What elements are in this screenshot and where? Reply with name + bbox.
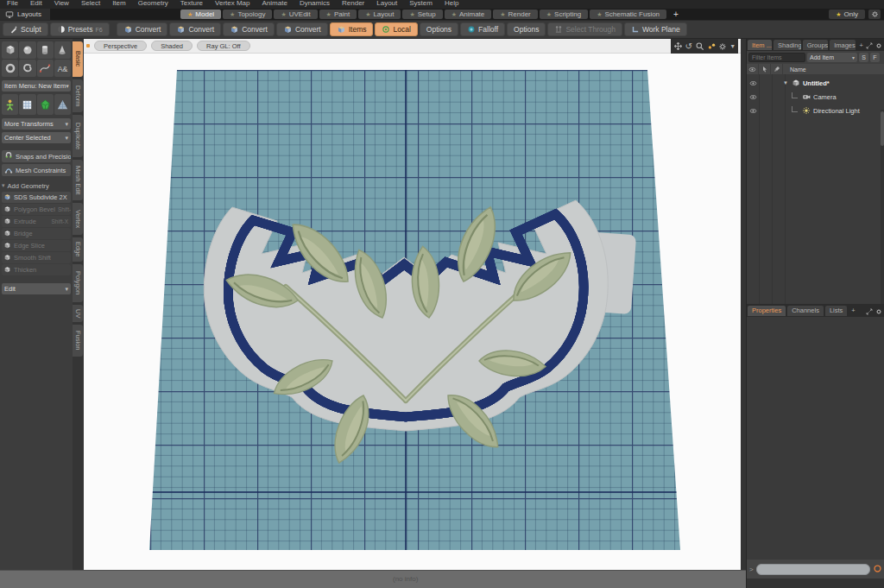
item-row-camera[interactable]: Camera [747,90,884,104]
curve-tool-button[interactable] [37,60,54,77]
menu-view[interactable]: View [54,0,69,9]
cylinder-primitive-button[interactable] [37,41,54,59]
orbit-icon[interactable]: ↺ [685,42,692,51]
snaps-and-precision-button[interactable]: Snaps and Precision [2,150,71,162]
tab-uvedit[interactable]: ★UVEdit [274,9,317,19]
tool-polygon-bevel[interactable]: Polygon BevelShift-B [2,204,71,215]
falloff-button[interactable]: Falloff [460,22,505,36]
center-selected-dropdown[interactable]: Center Selected▾ [2,132,71,143]
sculpt-button[interactable]: Sculpt [3,22,48,36]
vtab-edge[interactable]: Edge [73,237,83,262]
tree-expand-icon[interactable]: ▼ [783,80,788,85]
menu-system[interactable]: System [409,0,433,9]
view-mode-pill[interactable]: Perspective [94,41,147,51]
mesh-constraints-button[interactable]: Mesh Constraints [2,164,71,176]
menu-vertex-map[interactable]: Vertex Map [215,0,249,9]
item-row-directional-light[interactable]: Directional Light [747,104,884,117]
tab-properties[interactable]: Properties [748,306,786,316]
vtab-polygon[interactable]: Polygon [73,264,83,302]
vtab-basic[interactable]: Basic [73,41,83,77]
grid-cube-button[interactable] [19,94,35,115]
more-transforms-dropdown[interactable]: More Transforms▾ [2,118,71,130]
eye-icon[interactable] [747,79,759,87]
tab-render[interactable]: ★Render [493,9,538,19]
menu-help[interactable]: Help [445,0,458,9]
select-through-button[interactable]: Select Through [547,22,622,36]
tab-paint[interactable]: ★Paint [319,9,357,19]
ear-shape-button[interactable] [19,60,35,77]
tool-sds-subdivide[interactable]: SDS Subdivide 2X [2,192,71,203]
presets-button[interactable]: PresetsF6 [50,22,110,36]
vtab-duplicate[interactable]: Duplicate [73,115,83,157]
tab-scripting[interactable]: ★Scripting [540,9,588,19]
tab-images[interactable]: Images [830,40,855,50]
menu-item[interactable]: Item [112,0,126,9]
add-item-dropdown[interactable]: Add Item▾ [807,53,857,62]
actor-skeleton-button[interactable] [2,94,18,115]
vtab-fusion[interactable]: Fusion [73,325,83,357]
work-plane-button[interactable]: Work Plane [624,22,687,36]
add-geometry-section-header[interactable]: ▾Add Geometry [2,180,71,191]
scene-canvas[interactable] [84,54,741,570]
command-history-ring-icon[interactable] [873,561,882,577]
items-mode-button[interactable]: Items [330,22,374,36]
scene-button[interactable]: S [859,53,868,62]
layout-settings-gear-button[interactable] [868,9,881,19]
item-menu-dropdown[interactable]: Item Menu: New Item▾ [2,80,71,92]
item-list[interactable]: ▼Untitled* Camera Directional Light [747,74,884,304]
vtab-deform[interactable]: Deform [73,79,83,112]
3d-viewport[interactable]: Perspective Shaded Ray GL: Off ↺ ▼ [84,39,741,570]
zoom-icon[interactable] [695,39,704,54]
panel-gear-icon[interactable] [875,303,882,319]
convert-button-1[interactable]: Convert [117,22,168,36]
cone-primitive-button[interactable] [54,41,71,59]
add-panel-tab-button[interactable]: + [857,40,865,50]
menu-layout[interactable]: Layout [376,0,397,9]
filter-button[interactable]: F [870,53,880,62]
tab-shading[interactable]: Shading [774,40,801,50]
vtab-uv[interactable]: UV [73,305,83,322]
tool-bridge[interactable]: Bridge [2,228,71,239]
tab-item-list[interactable]: Item ... [748,40,772,50]
filter-items-input[interactable] [748,53,805,62]
link-dots-icon[interactable] [707,39,717,54]
viewport-gear-icon[interactable] [718,39,727,54]
item-row-untitled[interactable]: ▼Untitled* [747,76,884,90]
vtab-mesh-edit[interactable]: Mesh Edit [73,160,83,200]
layouts-button[interactable]: Layouts [0,9,50,20]
tab-schematic-fusion[interactable]: ★Schematic Fusion [590,9,666,19]
eye-icon[interactable] [747,93,759,101]
command-input[interactable] [756,564,870,575]
options-button-2[interactable]: Options [507,22,546,36]
tab-model[interactable]: ★Model [180,9,221,19]
eye-icon[interactable] [747,107,759,115]
raygl-pill[interactable]: Ray GL: Off [197,41,249,51]
local-button[interactable]: Local [375,22,417,36]
torus-primitive-button[interactable] [2,60,18,77]
convert-button-2[interactable]: Convert [169,22,221,36]
polygon-gem-button[interactable] [37,94,54,115]
tab-animate[interactable]: ★Animate [445,9,492,19]
render-column-icon[interactable] [771,64,783,74]
pan-icon[interactable] [673,39,683,54]
menu-geometry[interactable]: Geometry [138,0,168,9]
tab-lists[interactable]: Lists [825,306,847,316]
menu-edit[interactable]: Edit [30,0,42,9]
shading-mode-pill[interactable]: Shaded [151,41,193,51]
vtab-vertex[interactable]: Vertex [73,203,83,235]
viewport-menu-arrow-icon[interactable]: ▼ [729,43,736,49]
only-button[interactable]: ★ Only [829,9,865,19]
select-column-icon[interactable] [759,64,771,74]
text-tool-button[interactable]: A& [54,60,71,77]
menu-file[interactable]: File [7,0,18,9]
tool-extrude[interactable]: ExtrudeShift-X [2,216,71,227]
tool-edge-slice[interactable]: Edge Slice [2,240,71,251]
tab-channels[interactable]: Channels [787,306,824,316]
menu-texture[interactable]: Texture [180,0,203,9]
convert-button-4[interactable]: Convert [276,22,328,36]
menu-select[interactable]: Select [81,0,100,9]
add-layout-tab-button[interactable]: + [668,9,684,19]
edit-dropdown[interactable]: Edit▾ [2,283,71,294]
add-properties-tab-button[interactable]: + [849,306,857,316]
mesh-pyramid-button[interactable] [54,94,71,115]
